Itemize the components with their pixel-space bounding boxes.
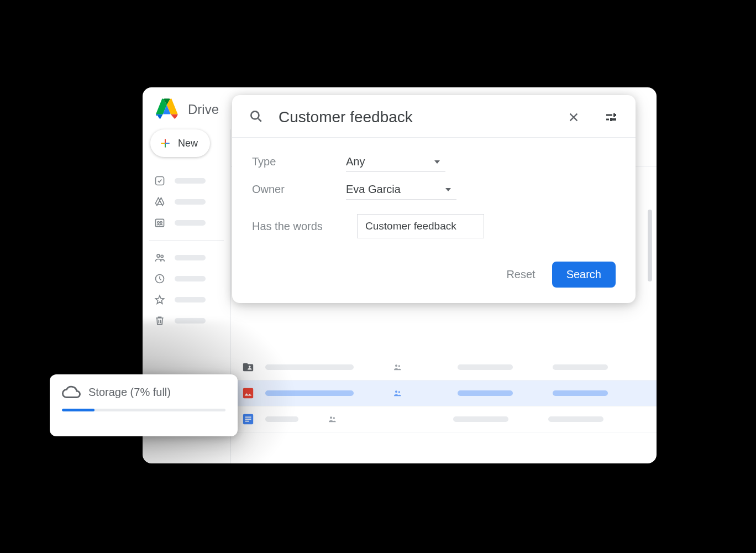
- shared-drives-icon: [154, 217, 166, 229]
- sidebar-skeleton: [175, 220, 206, 226]
- svg-point-12: [398, 365, 400, 367]
- svg-rect-2: [166, 143, 169, 144]
- sidebar-item-starred[interactable]: [149, 289, 224, 310]
- svg-point-15: [398, 391, 400, 393]
- new-button[interactable]: New: [150, 129, 210, 157]
- sidebar-item-recent[interactable]: [149, 268, 224, 289]
- sidebar-skeleton: [175, 255, 206, 260]
- new-button-label: New: [178, 138, 198, 149]
- filter-owner-label: Owner: [252, 183, 335, 196]
- cloud-icon: [62, 385, 80, 399]
- svg-rect-5: [156, 219, 164, 226]
- svg-point-7: [160, 222, 162, 223]
- shared-icon: [391, 362, 403, 372]
- sidebar-skeleton: [175, 276, 206, 281]
- star-icon: [154, 294, 166, 306]
- file-col-skeleton: [453, 416, 508, 422]
- svg-point-14: [395, 390, 397, 393]
- drive-logo-icon: [156, 98, 180, 121]
- filter-type-label: Type: [252, 155, 335, 168]
- svg-point-9: [161, 255, 163, 257]
- sidebar-item-mydrive[interactable]: [149, 191, 224, 212]
- caret-down-icon: [445, 188, 451, 191]
- plus-icon: [159, 137, 171, 149]
- reset-button[interactable]: Reset: [506, 268, 535, 281]
- svg-rect-1: [161, 143, 165, 144]
- search-panel: Type Any Owner Eva Garcia Has the words …: [232, 95, 636, 303]
- shared-icon: [391, 388, 403, 398]
- tune-icon[interactable]: [603, 109, 619, 125]
- filter-owner-value: Eva Garcia: [346, 183, 401, 196]
- filter-type-row: Type Any: [252, 153, 616, 172]
- storage-label: Storage (7% full): [88, 386, 171, 399]
- storage-fill: [62, 409, 95, 411]
- filter-words-label: Has the words: [252, 220, 346, 233]
- file-col-skeleton: [458, 390, 513, 396]
- sidebar-skeleton: [175, 297, 206, 302]
- search-actions: Reset Search: [232, 253, 636, 303]
- svg-rect-4: [156, 177, 164, 185]
- close-icon[interactable]: [566, 109, 581, 125]
- filter-owner-row: Owner Eva Garcia: [252, 181, 616, 200]
- svg-point-22: [251, 111, 259, 119]
- filter-words-row: Has the words: [252, 214, 616, 238]
- shared-icon: [326, 414, 338, 424]
- sidebar-skeleton: [175, 199, 206, 205]
- search-button[interactable]: Search: [552, 262, 616, 288]
- file-col-skeleton: [458, 364, 513, 370]
- svg-point-20: [330, 416, 332, 419]
- sidebar-item-shared[interactable]: [149, 247, 224, 268]
- search-input[interactable]: [279, 108, 550, 126]
- filter-type-value: Any: [346, 155, 365, 168]
- svg-point-6: [158, 222, 159, 223]
- svg-rect-24: [613, 113, 615, 117]
- svg-rect-25: [606, 119, 609, 121]
- svg-rect-0: [165, 139, 166, 143]
- search-header: [232, 95, 636, 138]
- svg-rect-3: [165, 144, 166, 147]
- svg-point-11: [395, 364, 397, 367]
- drive-icon: [154, 196, 166, 208]
- storage-card[interactable]: Storage (7% full): [50, 374, 238, 436]
- sidebar-skeleton: [175, 178, 206, 184]
- filter-owner-select[interactable]: Eva Garcia: [346, 181, 456, 200]
- storage-bar: [62, 409, 225, 411]
- svg-rect-23: [606, 114, 612, 116]
- caret-down-icon: [434, 160, 440, 164]
- file-col-skeleton: [553, 364, 608, 370]
- scrollbar[interactable]: [648, 210, 652, 281]
- people-icon: [154, 252, 166, 264]
- svg-point-21: [333, 417, 335, 419]
- filter-words-input[interactable]: [357, 214, 484, 238]
- sidebar-item-shared-drives[interactable]: [149, 212, 224, 233]
- file-col-skeleton: [553, 390, 608, 396]
- svg-rect-27: [612, 119, 616, 121]
- sidebar-item-priority[interactable]: [149, 170, 224, 191]
- search-filters: Type Any Owner Eva Garcia Has the words: [232, 138, 636, 253]
- search-icon: [249, 109, 263, 126]
- app-title: Drive: [188, 102, 219, 117]
- filter-type-select[interactable]: Any: [346, 153, 445, 172]
- check-square-icon: [154, 175, 166, 187]
- clock-icon: [154, 273, 166, 285]
- file-col-skeleton: [548, 416, 603, 422]
- sidebar-divider: [149, 240, 224, 241]
- svg-point-8: [157, 254, 160, 257]
- svg-rect-26: [610, 118, 612, 121]
